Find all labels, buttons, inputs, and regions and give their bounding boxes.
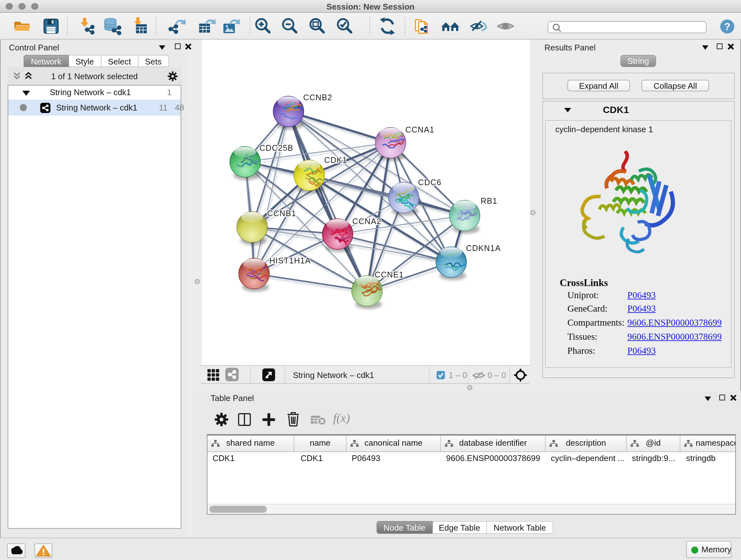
svg-text:HIST1H1A: HIST1H1A [269,256,311,265]
svg-text:RB1: RB1 [481,196,497,205]
svg-text:CCNA1: CCNA1 [405,125,434,134]
svg-text:CDKN1A: CDKN1A [466,243,501,252]
svg-text:CDC6: CDC6 [418,178,441,186]
svg-text:CCNB1: CCNB1 [267,208,296,217]
svg-text:CCNA2: CCNA2 [352,216,381,226]
svg-text:CCNE1: CCNE1 [375,270,404,279]
svg-text:CDC25B: CDC25B [259,143,293,152]
svg-text:CCNB2: CCNB2 [303,92,332,102]
svg-text:CDK1: CDK1 [324,155,347,164]
svg-text:?: ? [724,21,731,32]
